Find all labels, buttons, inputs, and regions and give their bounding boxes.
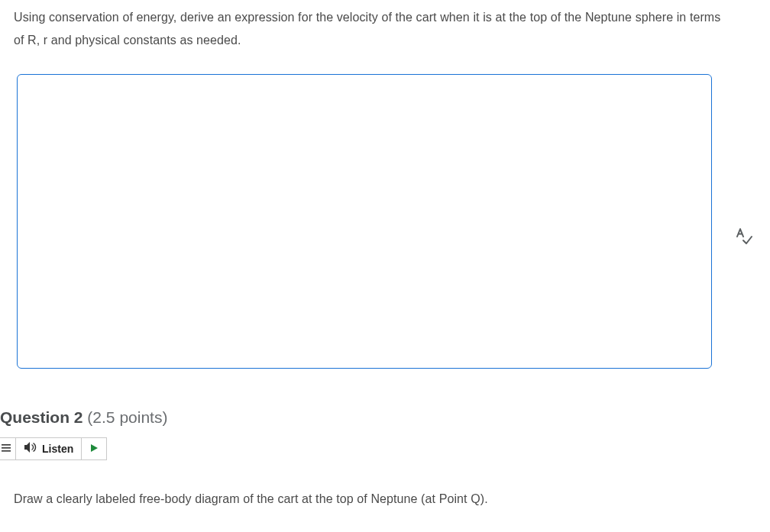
svg-rect-2 (2, 450, 11, 452)
answer-input-box[interactable] (17, 74, 712, 369)
svg-rect-0 (2, 444, 11, 446)
question2-number: Question 2 (0, 408, 83, 426)
play-icon (89, 443, 99, 455)
play-button[interactable] (81, 437, 107, 460)
question2-points: (2.5 points) (83, 408, 168, 426)
listen-menu-button[interactable] (0, 437, 15, 460)
listen-button[interactable]: Listen (15, 437, 81, 460)
svg-marker-3 (24, 442, 30, 453)
menu-lines-icon (2, 443, 12, 455)
speaker-icon (24, 441, 42, 456)
listen-toolbar: Listen (0, 437, 724, 460)
listen-label: Listen (42, 443, 73, 455)
spellcheck-icon[interactable] (735, 227, 753, 246)
svg-marker-4 (91, 444, 98, 452)
svg-rect-1 (2, 447, 11, 449)
question2-prompt: Draw a clearly labeled free-body diagram… (14, 488, 724, 511)
question2-header: Question 2 (2.5 points) (0, 408, 724, 427)
question1-prompt: Using conservation of energy, derive an … (14, 6, 724, 53)
